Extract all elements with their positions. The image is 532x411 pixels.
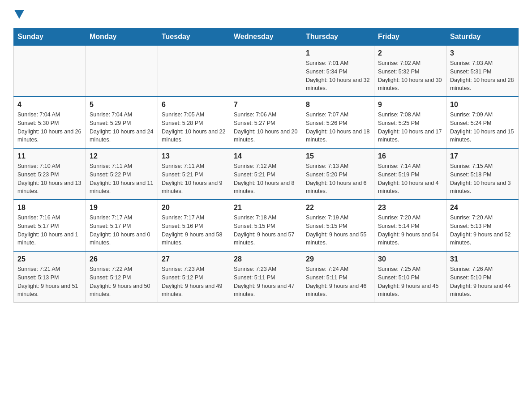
day-number: 11 (17, 152, 82, 160)
calendar-day-cell: 18Sunrise: 7:16 AMSunset: 5:17 PMDayligh… (14, 200, 86, 251)
logo-triangle-icon (14, 10, 24, 19)
day-info: Sunrise: 7:18 AMSunset: 5:15 PMDaylight:… (234, 214, 298, 247)
calendar-day-cell: 12Sunrise: 7:11 AMSunset: 5:22 PMDayligh… (86, 148, 158, 200)
day-number: 27 (162, 255, 226, 263)
svg-marker-0 (14, 10, 24, 19)
day-number: 21 (234, 204, 298, 212)
calendar-day-cell: 14Sunrise: 7:12 AMSunset: 5:21 PMDayligh… (230, 148, 302, 200)
calendar-day-cell: 21Sunrise: 7:18 AMSunset: 5:15 PMDayligh… (230, 200, 302, 251)
day-number: 26 (90, 255, 154, 263)
calendar-day-cell: 11Sunrise: 7:10 AMSunset: 5:23 PMDayligh… (14, 148, 86, 200)
day-number: 24 (450, 204, 515, 212)
day-info: Sunrise: 7:11 AMSunset: 5:22 PMDaylight:… (90, 162, 154, 196)
day-info: Sunrise: 7:19 AMSunset: 5:15 PMDaylight:… (306, 214, 370, 247)
day-number: 2 (378, 49, 442, 57)
day-number: 22 (306, 204, 370, 212)
day-info: Sunrise: 7:06 AMSunset: 5:27 PMDaylight:… (234, 111, 298, 144)
day-number: 15 (306, 152, 370, 160)
calendar-day-cell: 16Sunrise: 7:14 AMSunset: 5:19 PMDayligh… (374, 148, 446, 200)
day-info: Sunrise: 7:01 AMSunset: 5:34 PMDaylight:… (306, 59, 370, 93)
calendar-week-row: 1Sunrise: 7:01 AMSunset: 5:34 PMDaylight… (14, 46, 519, 97)
day-info: Sunrise: 7:05 AMSunset: 5:28 PMDaylight:… (162, 111, 226, 144)
calendar-day-cell (230, 46, 302, 97)
calendar-table: SundayMondayTuesdayWednesdayThursdayFrid… (13, 28, 519, 303)
page-header (13, 9, 519, 19)
calendar-day-cell: 15Sunrise: 7:13 AMSunset: 5:20 PMDayligh… (302, 148, 374, 200)
day-number: 23 (378, 204, 442, 212)
calendar-day-cell: 25Sunrise: 7:21 AMSunset: 5:13 PMDayligh… (14, 251, 86, 303)
day-info: Sunrise: 7:12 AMSunset: 5:21 PMDaylight:… (234, 162, 298, 196)
day-number: 28 (234, 255, 298, 263)
calendar-header-row: SundayMondayTuesdayWednesdayThursdayFrid… (14, 28, 519, 46)
day-info: Sunrise: 7:17 AMSunset: 5:16 PMDaylight:… (162, 214, 226, 247)
day-number: 9 (378, 101, 442, 109)
calendar-day-cell: 10Sunrise: 7:09 AMSunset: 5:24 PMDayligh… (446, 97, 519, 148)
day-number: 17 (450, 152, 515, 160)
calendar-day-cell: 7Sunrise: 7:06 AMSunset: 5:27 PMDaylight… (230, 97, 302, 148)
day-number: 30 (378, 255, 442, 263)
calendar-week-row: 18Sunrise: 7:16 AMSunset: 5:17 PMDayligh… (14, 200, 519, 251)
day-number: 7 (234, 101, 298, 109)
day-number: 14 (234, 152, 298, 160)
day-number: 6 (162, 101, 226, 109)
calendar-week-row: 25Sunrise: 7:21 AMSunset: 5:13 PMDayligh… (14, 251, 519, 303)
calendar-day-cell: 9Sunrise: 7:08 AMSunset: 5:25 PMDaylight… (374, 97, 446, 148)
day-number: 18 (17, 204, 82, 212)
logo (13, 9, 24, 19)
calendar-day-cell: 27Sunrise: 7:23 AMSunset: 5:12 PMDayligh… (158, 251, 230, 303)
day-number: 29 (306, 255, 370, 263)
day-number: 8 (306, 101, 370, 109)
day-info: Sunrise: 7:22 AMSunset: 5:12 PMDaylight:… (90, 265, 154, 299)
day-info: Sunrise: 7:03 AMSunset: 5:31 PMDaylight:… (450, 59, 515, 93)
calendar-day-cell: 23Sunrise: 7:20 AMSunset: 5:14 PMDayligh… (374, 200, 446, 251)
day-number: 16 (378, 152, 442, 160)
day-header-saturday: Saturday (446, 28, 519, 46)
day-number: 19 (90, 204, 154, 212)
day-header-tuesday: Tuesday (158, 28, 230, 46)
day-number: 25 (17, 255, 82, 263)
day-number: 10 (450, 101, 515, 109)
day-header-monday: Monday (86, 28, 158, 46)
day-info: Sunrise: 7:15 AMSunset: 5:18 PMDaylight:… (450, 162, 515, 196)
day-info: Sunrise: 7:25 AMSunset: 5:10 PMDaylight:… (378, 265, 442, 299)
day-number: 3 (450, 49, 515, 57)
calendar-day-cell: 24Sunrise: 7:20 AMSunset: 5:13 PMDayligh… (446, 200, 519, 251)
day-info: Sunrise: 7:07 AMSunset: 5:26 PMDaylight:… (306, 111, 370, 144)
calendar-day-cell (14, 46, 86, 97)
day-number: 13 (162, 152, 226, 160)
calendar-day-cell: 8Sunrise: 7:07 AMSunset: 5:26 PMDaylight… (302, 97, 374, 148)
calendar-day-cell: 5Sunrise: 7:04 AMSunset: 5:29 PMDaylight… (86, 97, 158, 148)
day-number: 1 (306, 49, 370, 57)
calendar-week-row: 4Sunrise: 7:04 AMSunset: 5:30 PMDaylight… (14, 97, 519, 148)
day-info: Sunrise: 7:23 AMSunset: 5:11 PMDaylight:… (234, 265, 298, 299)
calendar-day-cell: 31Sunrise: 7:26 AMSunset: 5:10 PMDayligh… (446, 251, 519, 303)
day-header-sunday: Sunday (14, 28, 86, 46)
calendar-day-cell: 4Sunrise: 7:04 AMSunset: 5:30 PMDaylight… (14, 97, 86, 148)
day-number: 4 (17, 101, 82, 109)
day-number: 20 (162, 204, 226, 212)
calendar-week-row: 11Sunrise: 7:10 AMSunset: 5:23 PMDayligh… (14, 148, 519, 200)
day-info: Sunrise: 7:08 AMSunset: 5:25 PMDaylight:… (378, 111, 442, 144)
day-info: Sunrise: 7:16 AMSunset: 5:17 PMDaylight:… (17, 214, 82, 247)
calendar-day-cell: 19Sunrise: 7:17 AMSunset: 5:17 PMDayligh… (86, 200, 158, 251)
day-header-wednesday: Wednesday (230, 28, 302, 46)
day-number: 31 (450, 255, 515, 263)
day-info: Sunrise: 7:20 AMSunset: 5:13 PMDaylight:… (450, 214, 515, 247)
day-info: Sunrise: 7:04 AMSunset: 5:30 PMDaylight:… (17, 111, 82, 144)
calendar-day-cell: 3Sunrise: 7:03 AMSunset: 5:31 PMDaylight… (446, 46, 519, 97)
day-number: 12 (90, 152, 154, 160)
calendar-day-cell: 22Sunrise: 7:19 AMSunset: 5:15 PMDayligh… (302, 200, 374, 251)
day-number: 5 (90, 101, 154, 109)
calendar-day-cell (158, 46, 230, 97)
calendar-day-cell: 6Sunrise: 7:05 AMSunset: 5:28 PMDaylight… (158, 97, 230, 148)
day-info: Sunrise: 7:02 AMSunset: 5:32 PMDaylight:… (378, 59, 442, 93)
calendar-day-cell: 17Sunrise: 7:15 AMSunset: 5:18 PMDayligh… (446, 148, 519, 200)
day-info: Sunrise: 7:21 AMSunset: 5:13 PMDaylight:… (17, 265, 82, 299)
day-info: Sunrise: 7:11 AMSunset: 5:21 PMDaylight:… (162, 162, 226, 196)
day-header-thursday: Thursday (302, 28, 374, 46)
calendar-day-cell: 30Sunrise: 7:25 AMSunset: 5:10 PMDayligh… (374, 251, 446, 303)
day-info: Sunrise: 7:10 AMSunset: 5:23 PMDaylight:… (17, 162, 82, 196)
day-info: Sunrise: 7:17 AMSunset: 5:17 PMDaylight:… (90, 214, 154, 247)
day-info: Sunrise: 7:23 AMSunset: 5:12 PMDaylight:… (162, 265, 226, 299)
day-info: Sunrise: 7:04 AMSunset: 5:29 PMDaylight:… (90, 111, 154, 144)
